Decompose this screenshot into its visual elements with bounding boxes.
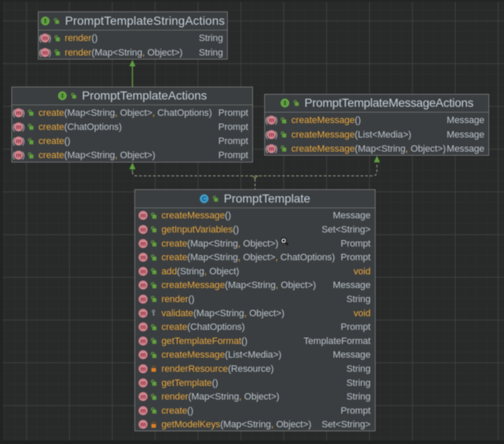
svg-text:m: m [141,296,146,303]
svg-text:C: C [202,195,207,202]
svg-text:): ) [22,108,25,118]
svg-text:m: m [141,323,146,330]
svg-text:): ) [275,144,278,153]
svg-text:m: m [141,282,146,288]
svg-text:m: m [269,131,274,138]
svg-text:m: m [141,421,146,428]
svg-text:m: m [42,35,48,41]
svg-text:m: m [141,212,146,219]
svg-text:): ) [48,33,51,43]
svg-text:I: I [44,18,47,24]
svg-text:I: I [284,100,286,106]
svg-text:m: m [141,379,146,386]
svg-text:m: m [141,407,146,414]
svg-text:m: m [16,138,21,144]
svg-text:m: m [141,268,146,275]
svg-text:m: m [141,310,146,317]
svg-text:m: m [141,351,146,358]
svg-text:m: m [141,365,146,372]
svg-text:): ) [22,122,25,132]
svg-text:m: m [16,123,21,130]
svg-text:m: m [141,393,146,400]
svg-text:m: m [141,254,146,261]
svg-text:): ) [275,115,278,125]
svg-text:I: I [61,92,64,99]
svg-text:m: m [16,152,21,159]
svg-text:m: m [141,338,146,344]
svg-text:m: m [42,49,48,56]
svg-text:m: m [141,240,146,247]
svg-text:m: m [269,145,274,152]
svg-text:m: m [141,226,146,233]
svg-text:): ) [48,47,51,57]
svg-text:m: m [269,117,274,123]
svg-text:): ) [22,150,25,160]
svg-text:): ) [22,136,25,146]
svg-text:m: m [16,109,21,116]
svg-text:): ) [275,129,278,139]
